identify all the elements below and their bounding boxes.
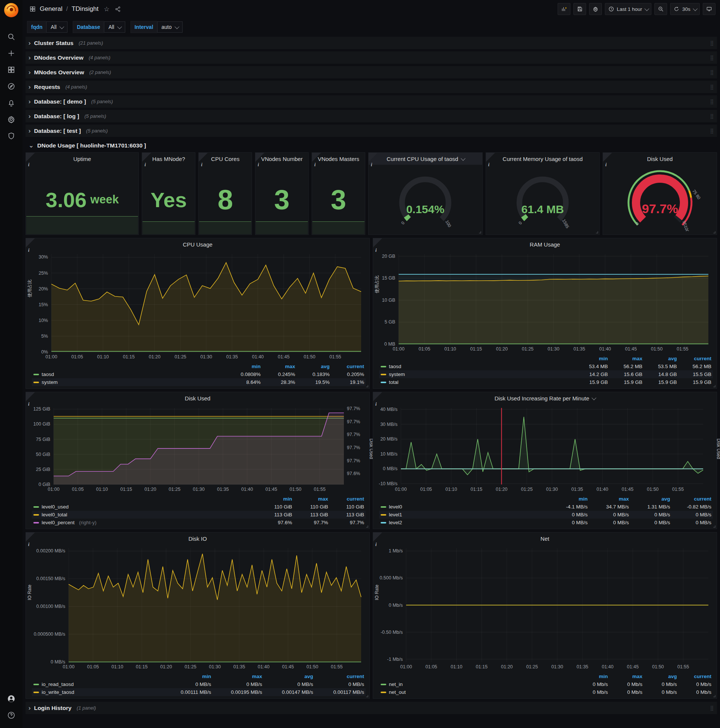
row-dnode-usage[interactable]: ⌄ DNode Usage [ huolinhe-TM1701:6030 ] (26, 139, 717, 151)
row-drag-handle[interactable]: ⣿ (710, 128, 714, 134)
variable-value-dropdown[interactable]: auto (157, 21, 183, 33)
legend-column-header[interactable]: current (678, 355, 713, 362)
panel-info-corner[interactable]: i (26, 392, 35, 401)
panel-info-corner[interactable]: i (142, 153, 151, 162)
panel-info-corner[interactable]: i (373, 532, 382, 541)
panel-resize-handle[interactable] (479, 231, 481, 233)
panel-resize-handle[interactable] (713, 231, 715, 233)
legend-series-toggle[interactable]: level0_total (34, 512, 256, 517)
row-drag-handle[interactable]: ⣿ (710, 84, 714, 90)
grafana-logo[interactable] (4, 3, 18, 17)
dashboard-row-cluster-status[interactable]: ›Cluster Status(21 panels)⣿ (26, 37, 717, 49)
dashboard-row-requests[interactable]: ›Requests(4 panels)⣿ (26, 81, 717, 93)
alerting-bell-icon[interactable] (0, 95, 23, 111)
legend-column-header[interactable]: min (548, 495, 589, 503)
legend-series-toggle[interactable]: level0 (381, 504, 546, 509)
share-icon[interactable] (115, 6, 121, 12)
panel-resize-handle[interactable] (366, 385, 368, 387)
panel-info-corner[interactable]: i (373, 238, 382, 247)
panel-title[interactable]: CPU Usage (26, 238, 369, 250)
panel-title[interactable]: Net (373, 532, 717, 544)
explore-compass-icon[interactable] (0, 78, 23, 95)
legend-column-header[interactable]: avg (644, 355, 678, 362)
legend-series-toggle[interactable]: system (34, 379, 226, 385)
panel-title[interactable]: Disk IO (26, 532, 369, 544)
panel-info-corner[interactable]: i (26, 238, 35, 247)
add-panel-button[interactable] (558, 3, 571, 15)
legend-column-header[interactable]: min (162, 673, 213, 681)
legend-series-toggle[interactable]: taosd (381, 364, 574, 369)
panel-title[interactable]: Disk Used (26, 392, 369, 404)
legend-column-header[interactable]: max (213, 673, 264, 681)
variable-label[interactable]: Interval (131, 21, 157, 33)
legend-series-toggle[interactable]: level1 (381, 512, 546, 517)
legend-column-header[interactable]: max (589, 495, 630, 503)
configuration-gear-icon[interactable] (0, 111, 23, 128)
legend-series-toggle[interactable]: taosd (34, 372, 226, 377)
panel-info-corner[interactable]: i (373, 392, 382, 401)
legend-column-header[interactable]: current (329, 495, 366, 503)
panel-resize-handle[interactable] (713, 525, 715, 528)
legend-series-toggle[interactable]: io_write_taosd (34, 689, 160, 695)
legend-column-header[interactable]: avg (644, 673, 678, 681)
dashboards-icon[interactable] (0, 61, 23, 78)
dashboard-row-database-log-[interactable]: ›Database: [ log ](5 panels)⣿ (26, 110, 717, 122)
plot-area[interactable]: 0%5%10%15%20%25%30%01:0001:0501:1001:150… (51, 254, 361, 352)
panel-info-corner[interactable]: i (26, 532, 35, 541)
legend-series-toggle[interactable]: total (381, 379, 574, 385)
panel-info-corner[interactable]: i (486, 153, 495, 162)
row-drag-handle[interactable]: ⣿ (710, 705, 714, 711)
legend-series-toggle[interactable]: net_out (381, 689, 574, 695)
legend-column-header[interactable]: current (672, 495, 713, 503)
panel-info-corner[interactable]: i (199, 153, 208, 162)
row-drag-handle[interactable]: ⣿ (710, 55, 714, 60)
variable-value-dropdown[interactable]: All (46, 21, 67, 33)
variable-label[interactable]: fqdn (27, 21, 46, 33)
search-icon[interactable] (0, 29, 23, 45)
row-drag-handle[interactable]: ⣿ (710, 40, 714, 46)
panel-info-corner[interactable]: i (255, 153, 264, 162)
legend-series-toggle[interactable]: system (381, 372, 574, 377)
dashboard-row-database-test-[interactable]: ›Database: [ test ](5 panels)⣿ (26, 125, 717, 137)
panel-title[interactable]: Disk Used Increasing Rate per Minute (373, 392, 717, 404)
panel-title[interactable]: Current Memory Usage of taosd (486, 153, 599, 165)
panel-title[interactable]: RAM Usage (373, 238, 717, 250)
legend-column-header[interactable]: avg (630, 495, 672, 503)
plot-area[interactable]: -1 Mb/s-0.50 Mb/s0 Mb/s0.500 Mb/s1 Mb/s0… (406, 548, 708, 662)
dashboard-settings-button[interactable] (589, 3, 602, 15)
legend-series-toggle[interactable]: level2 (381, 520, 546, 525)
tv-mode-button[interactable] (703, 3, 715, 15)
legend-column-header[interactable]: max (262, 362, 297, 370)
legend-column-header[interactable]: max (609, 355, 644, 362)
server-admin-shield-icon[interactable] (0, 128, 23, 144)
create-plus-icon[interactable] (0, 45, 23, 61)
legend-series-toggle[interactable]: level0_percent(right-y) (34, 520, 256, 525)
variable-label[interactable]: Database (73, 21, 104, 33)
panel-info-corner[interactable]: i (312, 153, 321, 162)
time-range-picker[interactable]: Last 1 hour (605, 3, 652, 15)
legend-column-header[interactable]: max (609, 673, 644, 681)
dashboard-row-dnodes-overview[interactable]: ›DNodes Overview(4 panels)⣿ (26, 51, 717, 64)
panel-title[interactable]: Current CPU Usage of taosd (369, 153, 482, 165)
breadcrumb-page[interactable]: TDinsight (72, 5, 99, 13)
plot-area[interactable]: 0 MB/s0.000500 MB/s0.00100 MB/s0.00150 M… (69, 548, 361, 662)
plot-area[interactable]: 0 MB5 GB10 GB15 GB20 GB01:0001:0501:1001… (399, 254, 708, 344)
panel-info-corner[interactable]: i (369, 153, 378, 162)
zoom-out-time-button[interactable] (654, 3, 667, 15)
legend-series-toggle[interactable]: net_in (381, 682, 574, 687)
legend-column-header[interactable]: current (331, 362, 366, 370)
dashboard-row-mnodes-overview[interactable]: ›MNodes Overview(2 panels)⣿ (26, 66, 717, 78)
panel-info-corner[interactable]: i (26, 153, 35, 162)
row-drag-handle[interactable]: ⣿ (710, 99, 714, 104)
panel-title[interactable]: Uptime (26, 153, 138, 165)
panel-title[interactable]: Disk Used (603, 153, 717, 165)
legend-column-header[interactable]: min (258, 495, 294, 503)
legend-column-header[interactable]: min (227, 362, 262, 370)
plot-area[interactable]: -10 MB/s0 MB/s10 MB/s20 MB/s30 MB/s40 MB… (401, 408, 703, 485)
refresh-button[interactable]: 30s (670, 3, 700, 15)
legend-column-header[interactable]: min (575, 355, 609, 362)
help-icon[interactable] (0, 707, 23, 723)
breadcrumb-section[interactable]: General (40, 5, 62, 13)
legend-column-header[interactable]: avg (297, 362, 331, 370)
legend-column-header[interactable]: max (294, 495, 329, 503)
